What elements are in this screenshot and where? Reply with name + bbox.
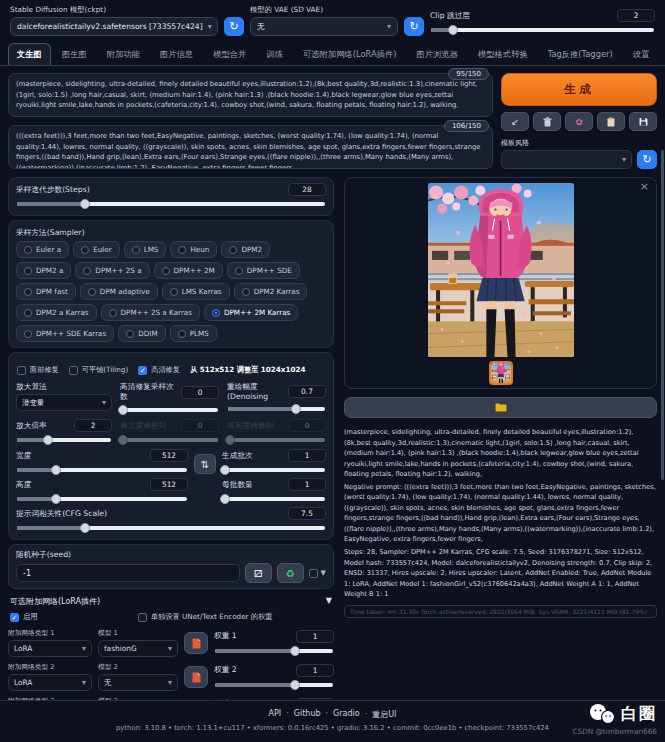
paste-params-button[interactable]: ↙: [501, 112, 529, 131]
sampler-option[interactable]: DPM2: [221, 241, 270, 258]
clip-skip-value[interactable]: 2: [617, 9, 655, 22]
tab[interactable]: 附加功能: [98, 43, 149, 65]
steps-value[interactable]: 28: [288, 183, 326, 196]
reuse-seed-button[interactable]: ♻: [277, 563, 304, 583]
lora-weight-value[interactable]: 1: [296, 664, 334, 677]
apply-style-button[interactable]: [597, 112, 625, 131]
tab[interactable]: 扩展: [660, 43, 665, 65]
width-slider[interactable]: [17, 468, 187, 472]
footer-link[interactable]: 重启UI: [365, 709, 397, 720]
lora-model-dropdown[interactable]: 无▾: [98, 674, 178, 691]
width-value[interactable]: 512: [150, 449, 188, 462]
tab[interactable]: 可选附加网络(LoRA插件): [294, 43, 406, 65]
tab[interactable]: 模型格式转换: [469, 43, 537, 65]
swap-dimensions-button[interactable]: ⇅: [194, 454, 216, 474]
footer-link[interactable]: Gradio: [326, 709, 360, 720]
save-style-button[interactable]: [629, 112, 657, 131]
sampler-option[interactable]: Euler: [73, 241, 119, 258]
scrollbar[interactable]: [661, 150, 664, 480]
tab[interactable]: 训练: [257, 43, 292, 65]
cfg-value[interactable]: 7.5: [288, 507, 326, 520]
sampler-option[interactable]: DPM2 a Karras: [16, 304, 97, 321]
lora-weight-value[interactable]: 1: [296, 630, 334, 643]
tab[interactable]: 图片浏览器: [407, 43, 466, 65]
addnet-separate-weights-checkbox[interactable]: 单独设置 UNet/Text Encoder 的权重: [138, 612, 272, 622]
height-value[interactable]: 512: [150, 478, 188, 491]
clear-prompt-button[interactable]: [533, 112, 561, 131]
lora-weight-slider[interactable]: [215, 649, 333, 653]
random-seed-button[interactable]: ⚂: [245, 563, 272, 583]
extra-networks-button[interactable]: ✿: [565, 112, 593, 131]
sampler-option[interactable]: DPM fast: [16, 283, 76, 300]
refresh-styles-button[interactable]: ↻: [637, 150, 657, 169]
close-icon[interactable]: ×: [640, 180, 649, 193]
flower-card-icon: ✿: [575, 117, 583, 127]
denoising-value[interactable]: 0.7: [288, 385, 326, 398]
refresh-vae-button[interactable]: ↻: [404, 17, 424, 36]
sampler-option[interactable]: DPM++ 2S a Karras: [101, 304, 200, 321]
cfg-slider[interactable]: [17, 526, 325, 530]
refresh-checkpoint-button[interactable]: ↻: [224, 17, 244, 36]
vae-dropdown[interactable]: 无 ▾: [250, 17, 398, 36]
denoising-slider[interactable]: [228, 407, 325, 411]
negative-prompt-input[interactable]: (((extra feet))),3 feet,more than two fe…: [8, 125, 493, 169]
batch-size-value[interactable]: 1: [288, 478, 326, 491]
lora-type-dropdown[interactable]: LoRA▾: [8, 640, 92, 657]
tab[interactable]: 图片信息: [151, 43, 202, 65]
hires-fix-checkbox[interactable]: ✓高清修复: [138, 365, 180, 375]
restore-faces-checkbox[interactable]: 面部修复: [17, 365, 59, 375]
sampler-option[interactable]: DPM2 Karras: [234, 283, 308, 300]
addnet-section-header[interactable]: 可选附加网络(LoRA插件) ▼: [10, 596, 332, 607]
lora-weight-slider[interactable]: [215, 683, 333, 687]
gallery-thumbnail[interactable]: [489, 361, 513, 385]
batch-count-slider[interactable]: [223, 468, 325, 472]
hires-steps-value[interactable]: 0: [181, 386, 219, 399]
lora-model-file-button[interactable]: [184, 666, 208, 688]
sampler-option[interactable]: Heun: [170, 241, 217, 258]
tab[interactable]: Tag反推(Tagger): [539, 43, 622, 65]
lora-model-dropdown[interactable]: fashionG▾: [98, 640, 178, 657]
footer-link[interactable]: Github: [286, 709, 320, 720]
sampler-option-label: DPM fast: [36, 287, 68, 296]
sampler-option[interactable]: DPM++ 2M: [154, 262, 223, 279]
tab-label: 附加功能: [107, 49, 140, 59]
generate-button[interactable]: 生成: [501, 73, 657, 106]
sampler-option[interactable]: Euler a: [16, 241, 69, 258]
tiling-checkbox[interactable]: 可平铺(Tiling): [69, 365, 128, 375]
sampler-option[interactable]: DPM++ 2M Karras: [204, 304, 298, 321]
lora-model-file-button[interactable]: [184, 632, 208, 654]
checkpoint-dropdown[interactable]: dalceforealistictailyv2.safetensors [733…: [10, 17, 218, 36]
sampler-option[interactable]: DPM++ SDE Karras: [16, 325, 114, 342]
generated-image[interactable]: [428, 183, 574, 357]
steps-slider[interactable]: [17, 202, 325, 206]
extra-seed-checkbox[interactable]: ▼: [309, 569, 326, 578]
sampler-option[interactable]: DPM adaptive: [80, 283, 158, 300]
sampler-option[interactable]: LMS: [124, 241, 167, 258]
sampler-option[interactable]: LMS Karras: [162, 283, 230, 300]
footer-link[interactable]: API: [269, 709, 282, 720]
batch-count-value[interactable]: 1: [288, 449, 326, 462]
style-dropdown[interactable]: ▾: [501, 150, 632, 169]
clip-skip-slider[interactable]: [431, 28, 654, 32]
addnet-enable-checkbox[interactable]: ✓启用: [10, 612, 138, 622]
lora-type-dropdown[interactable]: LoRA▾: [8, 674, 92, 691]
upscale-by-slider[interactable]: [17, 438, 111, 442]
seed-input[interactable]: [16, 564, 240, 582]
open-folder-button[interactable]: [344, 397, 657, 418]
sampler-option[interactable]: DDIM: [118, 325, 165, 342]
height-slider[interactable]: [17, 497, 187, 501]
tab[interactable]: 图生图: [53, 43, 96, 65]
upscaler-dropdown[interactable]: 潜变量▾: [16, 394, 112, 411]
tab[interactable]: 设置: [624, 43, 659, 65]
hires-steps-slider[interactable]: [121, 408, 218, 412]
sampler-option[interactable]: PLMS: [170, 325, 217, 342]
upscale-by-value[interactable]: 2: [74, 419, 112, 432]
tab[interactable]: 模型合并: [204, 43, 255, 65]
sampler-option[interactable]: DPM2 a: [16, 262, 71, 279]
addnet-toggles: ✓启用 单独设置 UNet/Text Encoder 的权重: [10, 612, 332, 622]
prompt-input[interactable]: (masterpiece, sidelighting, ultra-detail…: [8, 73, 493, 117]
sampler-option[interactable]: DPM++ 2S a: [75, 262, 149, 279]
tab[interactable]: 文生图: [8, 43, 51, 65]
batch-size-slider[interactable]: [223, 497, 325, 501]
sampler-option[interactable]: DPM++ SDE: [227, 262, 300, 279]
